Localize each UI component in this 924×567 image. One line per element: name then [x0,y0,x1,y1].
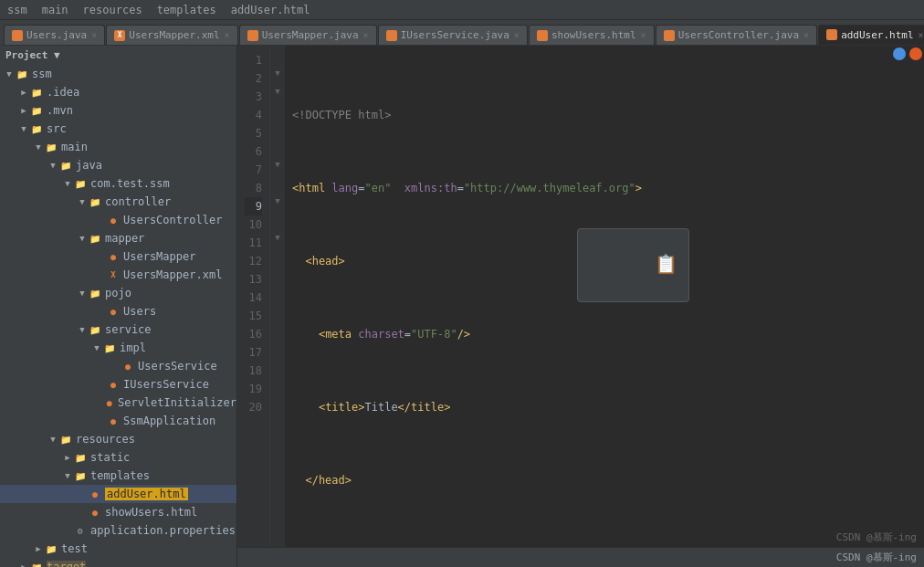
tab-close[interactable]: × [363,30,369,40]
tree-item-static[interactable]: ▶ 📁 static [0,448,236,467]
fold-4 [270,100,285,119]
tree-label: UsersController [123,214,222,226]
tree-label: ServletInitializer [118,396,236,409]
line-num-19: 19 [245,380,262,398]
nav-ssm[interactable]: ssm [7,4,27,16]
chevron-down-icon: ▼ [18,124,29,133]
code-container[interactable]: 1 2 3 4 5 6 7 8 9 10 11 12 13 14 15 16 1… [237,46,924,547]
tab-close[interactable]: × [225,30,230,40]
folder-icon: 📁 [58,159,73,172]
tree-item-target[interactable]: ▶ 📁 target [0,558,236,567]
line-num-1: 1 [245,51,262,69]
line-num-9: 9 [245,197,262,215]
tree-label: impl [120,341,146,354]
tab-close[interactable]: × [514,30,520,40]
code-content[interactable]: <!DOCTYPE html> <html lang="en" xmlns:th… [285,46,924,547]
tab-usersmapper-java[interactable]: UsersMapper.java × [239,25,377,45]
nav-adduser[interactable]: addUser.html [231,4,310,16]
tree-item-service[interactable]: ▼ 📁 service [0,320,236,339]
tree-item-mvn[interactable]: ▶ 📁 .mvn [0,101,236,120]
tree-item-usersmapperxml[interactable]: X UsersMapper.xml [0,266,236,284]
line-num-5: 5 [245,124,262,142]
line-num-17: 17 [245,343,262,362]
browser-icons [893,47,922,60]
tooltip-box: 📋 [577,228,689,302]
tree-item-resources[interactable]: ▼ 📁 resources [0,430,236,448]
tree-item-userscontroller[interactable]: ● UsersController [0,211,236,229]
folder-icon: 📁 [88,323,102,336]
nav-main[interactable]: main [42,4,68,16]
tree-item-comtest[interactable]: ▼ 📁 com.test.ssm [0,174,236,193]
folder-icon: 📁 [88,232,102,245]
tree-item-pojo[interactable]: ▼ 📁 pojo [0,284,236,302]
tree-item-application-properties[interactable]: ⚙ application.properties [0,521,236,540]
tree-item-users[interactable]: ● Users [0,302,236,320]
folder-icon: 📁 [73,469,88,482]
tree-label: application.properties [90,524,236,537]
fold-11[interactable]: ▼ [270,228,285,247]
tab-users-java[interactable]: Users.java × [4,25,105,45]
tree-item-usersservice[interactable]: ● UsersService [0,357,236,375]
fold-7[interactable]: ▼ [270,155,285,173]
fold-10 [270,210,285,228]
file-icon-orange: ● [106,250,121,263]
line-num-15: 15 [245,307,262,325]
fold-16 [270,320,285,338]
fold-3[interactable]: ▼ [270,82,285,100]
tree-label: pojo [105,287,131,299]
chevron-right-icon: ▶ [18,88,29,97]
tree-item-idea[interactable]: ▶ 📁 .idea [0,83,236,101]
tree-item-java[interactable]: ▼ 📁 java [0,156,236,174]
tab-close[interactable]: × [919,30,924,40]
code-text: = [404,325,411,343]
code-text: <!DOCTYPE html> [292,106,391,124]
tree-item-adduser-html[interactable]: ● addUser.html ◀ [0,485,236,503]
code-text: <body> [292,544,345,547]
tree-label: mapper [105,232,144,245]
tab-icon-html [826,29,837,40]
tree-item-servletinitializer[interactable]: ● ServletInitializer [0,394,236,412]
chevron-right-icon: ▶ [33,544,44,553]
tree-item-ssmapplication[interactable]: ● SsmApplication [0,412,236,430]
tab-label: IUsersService.java [401,29,509,41]
tab-usersmapper-xml[interactable]: X UsersMapper.xml × [106,25,237,45]
fold-17 [270,338,285,356]
tree-label: resources [76,433,135,446]
tree-label: com.test.ssm [90,177,170,190]
tab-adduser-html[interactable]: addUser.html × [818,25,924,45]
tab-userscontroller-java[interactable]: UsersController.java × [656,25,817,45]
tab-showusers-html[interactable]: showUsers.html × [529,25,655,45]
tab-iusersservice-java[interactable]: IUsersService.java × [378,25,528,45]
firefox-icon [909,47,922,60]
tree-item-ssm[interactable]: ▼ 📁 ssm [0,65,236,83]
file-icon-orange: ● [121,360,135,373]
fold-13 [270,265,285,283]
tree-item-controller[interactable]: ▼ 📁 controller [0,193,236,211]
chevron-right-icon: ▶ [62,453,73,462]
fold-9[interactable]: ▼ [270,192,285,210]
nav-templates[interactable]: templates [157,4,216,16]
tree-item-src[interactable]: ▼ 📁 src [0,120,236,138]
fold-8 [270,173,285,192]
chevron-down-icon: ▼ [77,197,88,206]
code-text [292,398,319,416]
tree-item-usersmapper[interactable]: ● UsersMapper [0,247,236,266]
tree-item-showusers-html[interactable]: ● showUsers.html [0,503,236,521]
tab-close[interactable]: × [641,30,646,40]
file-icon-xml: X [106,268,121,281]
line-numbers: 1 2 3 4 5 6 7 8 9 10 11 12 13 14 15 16 1… [237,46,270,547]
fold-2[interactable]: ▼ [270,64,285,82]
line-num-18: 18 [245,362,262,380]
tree-item-templates[interactable]: ▼ 📁 templates [0,467,236,485]
tab-close[interactable]: × [803,30,809,40]
nav-resources[interactable]: resources [83,4,142,16]
tree-item-impl[interactable]: ▼ 📁 impl [0,339,236,357]
tree-item-main[interactable]: ▼ 📁 main [0,138,236,156]
code-text: "UTF-8" [411,325,457,343]
file-icon-prop: ⚙ [73,524,88,537]
tree-item-mapper-folder[interactable]: ▼ 📁 mapper [0,229,236,247]
tree-item-iusersservice[interactable]: ● IUsersService [0,375,236,394]
tree-item-test[interactable]: ▶ 📁 test [0,540,236,558]
tab-close[interactable]: × [91,30,97,40]
watermark-label: CSDN @慕斯-ing [836,551,917,564]
